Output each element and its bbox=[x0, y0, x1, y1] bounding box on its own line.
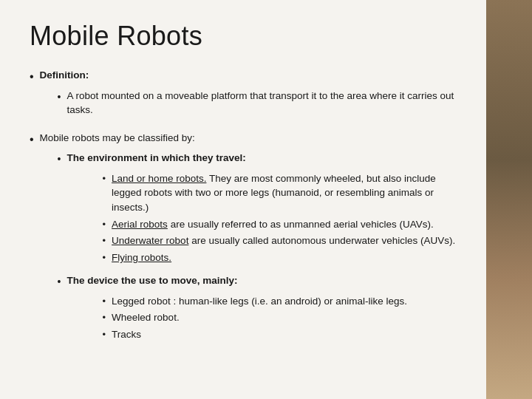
tracks-text: Tracks bbox=[112, 327, 141, 342]
right-sidebar bbox=[486, 0, 532, 399]
bullet-dot-4-1: • bbox=[103, 295, 106, 309]
underwater-label: Underwater robot bbox=[112, 235, 188, 246]
wheeled-robot-item: • Wheeled robot. bbox=[103, 310, 408, 325]
environment-label: The environment in which they travel: bbox=[67, 152, 246, 163]
bullet-dot-2: • bbox=[30, 132, 34, 148]
underwater-robots-item: • Underwater robot are usually called au… bbox=[103, 233, 457, 248]
wheeled-text: Wheeled robot. bbox=[112, 310, 180, 325]
bullet-dot-3-2: • bbox=[103, 218, 106, 232]
underwater-text: Underwater robot are usually called auto… bbox=[112, 233, 455, 248]
bullet-dot-3-4: • bbox=[103, 251, 106, 265]
bullet-dot-3-1: • bbox=[103, 172, 106, 186]
legged-robot-item: • Legged robot : human-like legs (i.e. a… bbox=[103, 294, 408, 309]
aerial-robots-item: • Aerial robots are usually referred to … bbox=[103, 217, 457, 232]
bullet-dot-3-3: • bbox=[103, 234, 106, 248]
land-robots-item: • Land or home robots. They are most com… bbox=[103, 171, 457, 215]
flying-robots-item: • Flying robots. bbox=[103, 250, 457, 265]
page-title: Mobile Robots bbox=[30, 21, 457, 52]
aerial-label: Aerial robots bbox=[112, 219, 168, 230]
definition-text: A robot mounted on a moveable platform t… bbox=[67, 89, 457, 117]
land-robots-label: Land or home robots. bbox=[112, 173, 206, 184]
bullet-dot-1: • bbox=[30, 69, 34, 85]
device-label: The device the use to move, mainly: bbox=[67, 275, 238, 286]
aerial-text: Aerial robots are usually referred to as… bbox=[112, 217, 434, 232]
definition-detail: • A robot mounted on a moveable platform… bbox=[58, 89, 457, 117]
definition-section: • Definition: • A robot mounted on a mov… bbox=[30, 68, 457, 120]
tracks-item: • Tracks bbox=[103, 327, 408, 342]
environment-section: • The environment in which they travel: … bbox=[58, 151, 457, 267]
content-body: • Definition: • A robot mounted on a mov… bbox=[30, 68, 457, 347]
classified-section: • Mobile robots may be classified by: • … bbox=[30, 131, 457, 347]
aerial-detail: are usually referred to as unmanned aeri… bbox=[168, 219, 434, 230]
bullet-dot-2-2: • bbox=[58, 275, 61, 289]
bullet-dot-4-2: • bbox=[103, 311, 106, 325]
bullet-dot-2-1: • bbox=[58, 152, 61, 166]
bullet-dot-1-1: • bbox=[58, 90, 61, 104]
classified-label: Mobile robots may be classified by: bbox=[40, 132, 195, 143]
device-section: • The device the use to move, mainly: • … bbox=[58, 273, 457, 344]
bullet-dot-4-3: • bbox=[103, 328, 106, 342]
flying-text: Flying robots. bbox=[112, 250, 171, 265]
definition-label: Definition: bbox=[40, 69, 89, 81]
main-content: Mobile Robots • Definition: • A robot mo… bbox=[0, 0, 486, 399]
flying-label: Flying robots. bbox=[112, 252, 171, 263]
legged-text: Legged robot : human-like legs (i.e. an … bbox=[112, 294, 407, 309]
underwater-detail: are usually called autonomous underwater… bbox=[188, 235, 455, 246]
land-robots-text: Land or home robots. They are most commo… bbox=[112, 171, 457, 215]
